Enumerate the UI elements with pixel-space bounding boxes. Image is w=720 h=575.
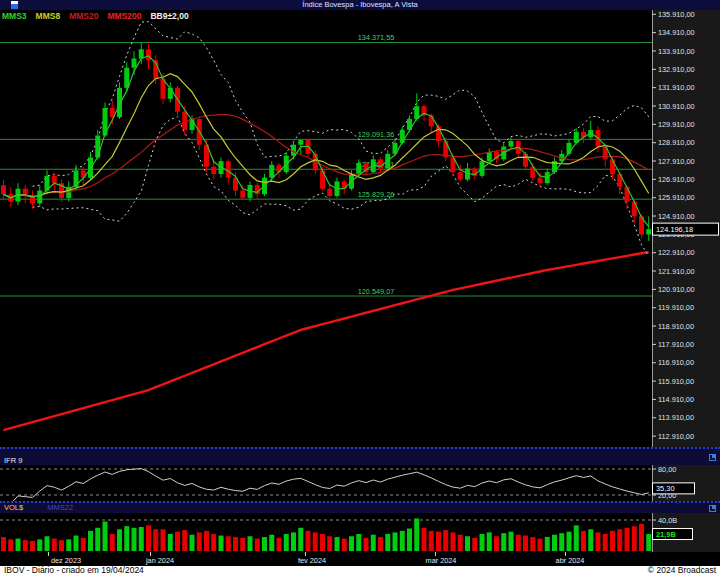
volume-value-marker: 21,9B: [653, 529, 693, 540]
svg-text:129.091,36: 129.091,36: [358, 130, 395, 139]
chart-info-text: IBOV - Diário - criado em 19/04/2024: [4, 566, 144, 575]
volume-bars[interactable]: [1, 518, 651, 551]
legend-bollinger[interactable]: BB9±2,00: [150, 11, 188, 22]
last-price-marker: 124.196,18: [653, 223, 719, 235]
svg-text:125.910,00: 125.910,00: [658, 193, 695, 202]
main-price-chart[interactable]: 135.910,00134.910,00133.910,00132.910,00…: [0, 10, 720, 447]
candlestick-series[interactable]: [1, 43, 651, 241]
svg-text:132.910,00: 132.910,00: [658, 65, 695, 74]
title-bar: Índice Bovespa - Ibovespa, A Vista: [0, 0, 720, 10]
month-label: jan 2024: [146, 556, 174, 565]
svg-text:131.910,00: 131.910,00: [658, 83, 695, 92]
svg-text:122.910,00: 122.910,00: [658, 248, 695, 257]
month-label: mar 2024: [426, 556, 457, 565]
legend-mms20[interactable]: MMS20: [69, 11, 98, 22]
legend-mms200[interactable]: MMS200: [107, 11, 141, 22]
legend-mms3[interactable]: MMS3: [2, 11, 27, 22]
copyright-text: © 2024 Broadcast: [648, 566, 716, 575]
window-title: Índice Bovespa - Ibovespa, A Vista: [302, 0, 417, 9]
svg-text:113.910,00: 113.910,00: [658, 413, 694, 422]
svg-text:120.549,07: 120.549,07: [358, 287, 395, 296]
svg-text:135.910,00: 135.910,00: [658, 10, 695, 19]
volume-panel-header: VOL$ MMS22: [0, 501, 720, 513]
svg-text:21,9B: 21,9B: [656, 530, 676, 539]
svg-text:35,30: 35,30: [656, 484, 675, 493]
ifr-value-marker: 35,30: [653, 483, 695, 494]
month-label: dez 2023: [51, 556, 81, 565]
svg-text:125.829,26: 125.829,26: [358, 190, 395, 199]
indicator-legend: MMS3 MMS8 MMS20 MMS200 BB9±2,00: [2, 11, 189, 22]
svg-text:127.910,00: 127.910,00: [658, 157, 695, 166]
status-bar: IBOV - Diário - criado em 19/04/2024 © 2…: [0, 566, 720, 575]
svg-text:130.910,00: 130.910,00: [658, 102, 695, 111]
ifr-line: [11, 469, 649, 501]
svg-text:124.196,18: 124.196,18: [656, 225, 693, 234]
volume-chart[interactable]: 40,0B21,9B: [0, 513, 720, 552]
legend-mms8[interactable]: MMS8: [36, 11, 61, 22]
svg-text:118.910,00: 118.910,00: [658, 322, 694, 331]
mms3-line: [4, 56, 649, 227]
svg-text:112.910,00: 112.910,00: [658, 432, 694, 441]
mms20-line: [4, 115, 649, 198]
month-label: abr 2024: [556, 556, 585, 565]
month-label: fev 2024: [298, 556, 326, 565]
volume-ma-label: MMS22: [47, 503, 73, 512]
svg-text:115.910,00: 115.910,00: [658, 377, 694, 386]
expand-icon[interactable]: [709, 505, 716, 512]
svg-text:120.910,00: 120.910,00: [658, 285, 695, 294]
svg-text:133.910,00: 133.910,00: [658, 47, 695, 56]
ifr-panel-title: IFR 9: [4, 456, 22, 465]
svg-text:124.910,00: 124.910,00: [658, 212, 695, 221]
svg-text:121.910,00: 121.910,00: [658, 267, 695, 276]
svg-text:114.910,00: 114.910,00: [658, 395, 694, 404]
volume-panel-title: VOL$: [4, 503, 23, 512]
svg-text:126.910,00: 126.910,00: [658, 175, 695, 184]
time-axis: dez 2023jan 2024fev 2024mar 2024abr 2024: [0, 552, 720, 566]
ifr-panel-header: IFR 9: [0, 447, 720, 465]
svg-text:40,0B: 40,0B: [658, 516, 677, 525]
svg-text:119.910,00: 119.910,00: [658, 303, 694, 312]
svg-text:134.371,55: 134.371,55: [358, 33, 395, 42]
svg-text:129.910,00: 129.910,00: [658, 120, 695, 129]
svg-text:128.910,00: 128.910,00: [658, 138, 695, 147]
broadcast-chart-window: Índice Bovespa - Ibovespa, A Vista MMS3 …: [0, 0, 720, 575]
ifr-indicator-chart[interactable]: 80,0020,0035,30: [0, 465, 720, 501]
mms200-line: [4, 252, 649, 430]
svg-text:116.910,00: 116.910,00: [658, 358, 694, 367]
svg-text:80,00: 80,00: [658, 465, 676, 474]
app-icon[interactable]: [11, 1, 18, 9]
svg-text:117.910,00: 117.910,00: [658, 340, 694, 349]
svg-text:134.910,00: 134.910,00: [658, 28, 695, 37]
expand-icon[interactable]: [709, 454, 716, 461]
month-tick: [48, 552, 49, 556]
